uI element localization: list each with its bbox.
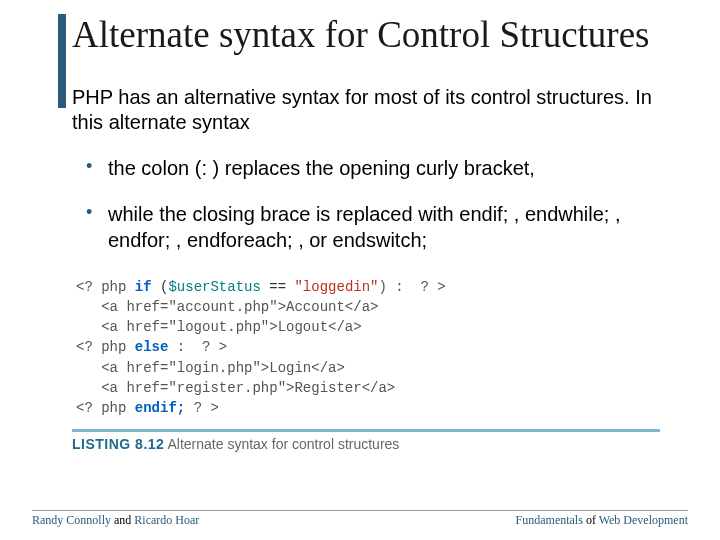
author-name: Randy Connolly <box>32 513 111 527</box>
book-title: Fundamentals <box>516 513 583 527</box>
bullet-list: the colon (: ) replaces the opening curl… <box>86 155 660 253</box>
code-text: : ? > <box>168 339 227 355</box>
intro-text: PHP has an alternative syntax for most o… <box>72 85 660 135</box>
code-text: <? php <box>76 279 135 295</box>
caption-text: Alternate syntax for control structures <box>164 436 399 452</box>
code-text: <a href="logout.php">Logout</a> <box>76 319 362 335</box>
code-listing: <? php if ($userStatus == "loggedin") : … <box>68 273 660 423</box>
code-text: ) : ? > <box>378 279 445 295</box>
footer-left: Randy Connolly and Ricardo Hoar <box>32 513 199 528</box>
code-keyword: if <box>135 279 160 295</box>
author-name: Ricardo Hoar <box>134 513 199 527</box>
code-text: <? php <box>76 400 135 416</box>
code-text: ? > <box>185 400 219 416</box>
code-keyword: endif; <box>135 400 185 416</box>
footer-text: of <box>583 513 599 527</box>
footer-text: and <box>111 513 134 527</box>
bullet-item: the colon (: ) replaces the opening curl… <box>86 155 660 181</box>
code-text: <a href="register.php">Register</a> <box>76 380 395 396</box>
code-string: "loggedin" <box>294 279 378 295</box>
accent-bar <box>58 14 66 108</box>
code-keyword: else <box>135 339 169 355</box>
bullet-item: while the closing brace is replaced with… <box>86 201 660 253</box>
slide-body: Alternate syntax for Control Structures … <box>0 0 720 452</box>
listing-caption: LISTING 8.12 Alternate syntax for contro… <box>72 429 660 452</box>
footer-right: Fundamentals of Web Development <box>516 513 688 528</box>
book-title: Web Development <box>599 513 688 527</box>
code-var: $userStatus <box>168 279 260 295</box>
slide-title: Alternate syntax for Control Structures <box>72 14 660 57</box>
caption-label: LISTING 8.12 <box>72 436 164 452</box>
code-text: == <box>261 279 295 295</box>
code-text: <a href="login.php">Login</a> <box>76 360 345 376</box>
code-text: <? php <box>76 339 135 355</box>
footer: Randy Connolly and Ricardo Hoar Fundamen… <box>32 510 688 528</box>
code-text: <a href="account.php">Account</a> <box>76 299 378 315</box>
